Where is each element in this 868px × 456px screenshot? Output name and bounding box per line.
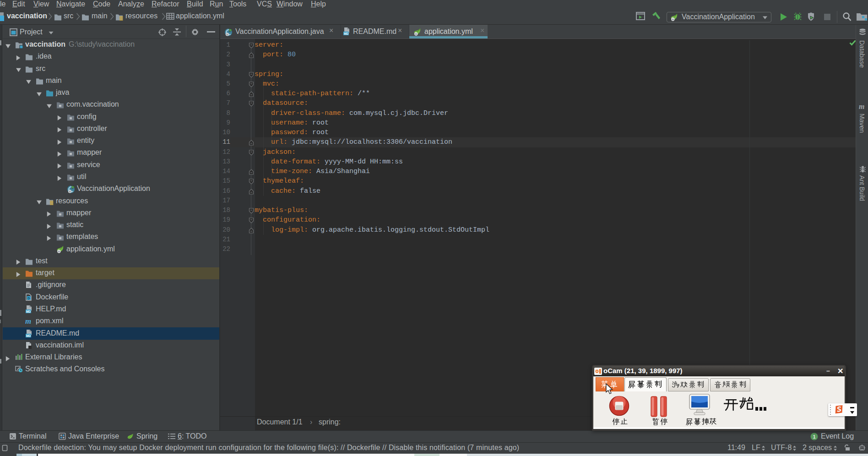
- svg-text:MD: MD: [26, 334, 31, 337]
- svg-text:m: m: [25, 317, 31, 325]
- svg-text:D: D: [27, 296, 30, 299]
- svg-text:1: 1: [813, 434, 815, 440]
- svg-text:MD: MD: [344, 32, 348, 35]
- svg-text:MD: MD: [26, 309, 31, 313]
